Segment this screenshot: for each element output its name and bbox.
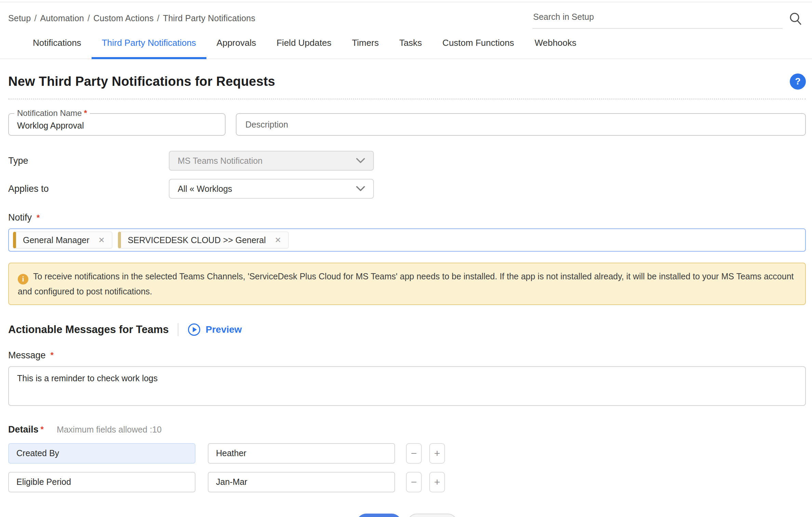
applies-to-label: Applies to (8, 184, 169, 194)
breadcrumb-separator: / (157, 13, 160, 23)
required-asterisk: * (41, 425, 44, 434)
notify-chip: General Manager ✕ (13, 231, 112, 249)
tab-tasks[interactable]: Tasks (399, 38, 422, 58)
plus-icon: + (434, 476, 440, 488)
tab-approvals[interactable]: Approvals (217, 38, 256, 58)
preview-button[interactable]: Preview (187, 323, 242, 336)
notification-name-field: Notification Name* (8, 113, 226, 136)
info-banner: iTo receive notifications in the selecte… (8, 263, 806, 305)
breadcrumb-item-third-party-notifications[interactable]: Third Party Notifications (163, 13, 255, 23)
description-input[interactable] (236, 113, 806, 136)
breadcrumb-item-automation[interactable]: Automation (40, 13, 84, 23)
chip-remove-icon[interactable]: ✕ (275, 236, 281, 244)
required-asterisk: * (84, 108, 87, 118)
message-textarea[interactable]: This is a reminder to check work logs (8, 366, 806, 406)
required-asterisk: * (37, 213, 40, 223)
chip-label: SERVICEDESK CLOUD >> General (128, 235, 266, 245)
tabs-bar: Notifications Third Party Notifications … (0, 38, 812, 59)
notify-chip: SERVICEDESK CLOUD >> General ✕ (118, 231, 289, 249)
actionable-messages-title: Actionable Messages for Teams (8, 323, 169, 336)
preview-label: Preview (206, 324, 242, 335)
info-icon: i (18, 274, 28, 284)
plus-icon: + (434, 448, 440, 459)
chip-remove-icon[interactable]: ✕ (98, 236, 105, 244)
add-field-button[interactable]: + (429, 472, 445, 492)
help-button[interactable]: ? (790, 74, 806, 90)
save-button[interactable]: Save (356, 514, 402, 517)
header: Setup/Automation/Custom Actions/Third Pa… (0, 2, 812, 29)
required-asterisk: * (51, 350, 54, 360)
minus-icon: − (411, 476, 417, 488)
type-select: MS Teams Notification (169, 151, 374, 171)
type-select-value: MS Teams Notification (178, 156, 262, 166)
remove-field-button[interactable]: − (406, 472, 422, 492)
detail-row: − + (8, 472, 806, 492)
play-icon (187, 323, 201, 336)
details-hint: Maximum fields allowed :10 (57, 425, 162, 435)
breadcrumb-item-setup[interactable]: Setup (8, 13, 31, 23)
detail-value-input[interactable] (208, 472, 395, 492)
detail-field-input[interactable] (8, 472, 195, 492)
vertical-divider (178, 323, 178, 336)
question-icon: ? (795, 76, 801, 87)
tab-timers[interactable]: Timers (352, 38, 379, 58)
details-label: Details* (8, 424, 44, 435)
detail-value-input[interactable] (208, 443, 395, 464)
notify-chips-input[interactable]: General Manager ✕ SERVICEDESK CLOUD >> G… (8, 228, 806, 252)
chevron-down-icon (356, 158, 365, 163)
applies-to-select-value: All « Worklogs (178, 184, 232, 194)
applies-to-select[interactable]: All « Worklogs (169, 179, 374, 199)
tab-custom-functions[interactable]: Custom Functions (443, 38, 514, 58)
notification-name-label: Notification Name* (14, 108, 90, 118)
remove-field-button[interactable]: − (406, 443, 422, 464)
add-field-button[interactable]: + (429, 443, 445, 464)
main-content: New Third Party Notifications for Reques… (0, 74, 812, 517)
detail-row: − + (8, 443, 806, 464)
search-input[interactable] (532, 10, 783, 29)
type-label: Type (8, 156, 169, 166)
breadcrumb-separator: / (34, 13, 37, 23)
page-title: New Third Party Notifications for Reques… (8, 74, 275, 89)
search-icon[interactable] (789, 12, 802, 25)
setup-search (532, 10, 802, 29)
tab-field-updates[interactable]: Field Updates (276, 38, 331, 58)
breadcrumb-item-custom-actions[interactable]: Custom Actions (93, 13, 153, 23)
section-divider (8, 98, 806, 100)
tab-webhooks[interactable]: Webhooks (534, 38, 576, 58)
tab-third-party-notifications[interactable]: Third Party Notifications (102, 38, 196, 58)
minus-icon: − (411, 448, 417, 459)
info-banner-text: To receive notifications in the selected… (18, 271, 794, 296)
cancel-button[interactable]: Cancel (407, 514, 458, 517)
notify-label: Notify* (8, 212, 806, 223)
breadcrumb-separator: / (87, 13, 90, 23)
chevron-down-icon (356, 186, 365, 191)
breadcrumb: Setup/Automation/Custom Actions/Third Pa… (8, 10, 255, 23)
tab-notifications[interactable]: Notifications (33, 38, 81, 58)
detail-field-input[interactable] (8, 443, 195, 464)
chip-label: General Manager (23, 235, 90, 245)
message-label: Message* (8, 350, 806, 361)
